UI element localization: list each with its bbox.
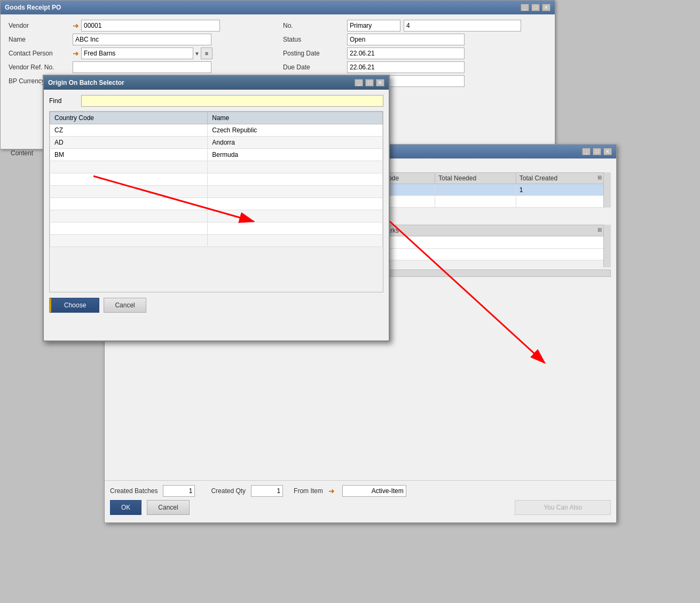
find-label: Find	[49, 97, 81, 105]
country-code-ad: AD	[50, 137, 208, 149]
col-country-code: Country Code	[50, 112, 208, 124]
selector-table-header: Country Code Name	[50, 112, 383, 124]
posting-input[interactable]	[347, 47, 465, 59]
created-qty-label: Created Qty	[211, 487, 246, 495]
no-label: No.	[283, 22, 347, 29]
selector-row-empty-4	[50, 198, 383, 210]
status-label: Status	[283, 36, 347, 43]
vendor-ref-input[interactable]	[73, 61, 211, 73]
selector-table: Country Code Name CZ Czech Republic AD A…	[50, 112, 383, 247]
contact-input[interactable]	[81, 47, 193, 59]
vendor-arrow-icon: ➜	[73, 21, 79, 30]
country-name-cz: Czech Republic	[208, 124, 383, 137]
vendor-input[interactable]	[81, 20, 220, 31]
selector-row-empty-1	[50, 161, 383, 173]
col-name: Name	[208, 112, 383, 124]
vendor-ref-label: Vendor Ref. No.	[9, 64, 73, 71]
rows-table-scrollbar[interactable]	[603, 172, 611, 208]
created-table-scrollbar[interactable]	[603, 225, 611, 267]
col-total-needed: Total Needed	[435, 173, 516, 184]
from-item-input[interactable]	[342, 485, 406, 497]
created-batches-label: Created Batches	[110, 487, 158, 495]
name-label: Name	[9, 36, 73, 43]
due-row: Due Date	[283, 61, 547, 73]
row-total-needed-1	[435, 184, 516, 196]
contact-dropdown-icon[interactable]: ▼	[194, 51, 200, 57]
selector-cancel-button[interactable]: Cancel	[104, 298, 146, 313]
selector-row-cz[interactable]: CZ Czech Republic	[50, 124, 383, 137]
selector-row-empty-3	[50, 186, 383, 198]
batches-maximize-button[interactable]: □	[593, 148, 601, 155]
selector-row-empty-2	[50, 173, 383, 186]
created-row-remarks-1	[370, 236, 605, 249]
name-row: Name	[9, 34, 272, 45]
from-item-label: From Item	[294, 487, 323, 495]
created-batches-input[interactable]	[163, 485, 195, 497]
minimize-button[interactable]: _	[521, 4, 529, 11]
row-total-created-1: 1	[516, 184, 605, 196]
footer-buttons-row: OK Cancel You Can Also	[110, 500, 611, 515]
selector-dialog-title: Origin On Batch Selector	[48, 79, 124, 86]
contact-arrow-icon: ➜	[73, 49, 79, 58]
posting-row: Posting Date	[283, 47, 547, 59]
ok-button[interactable]: OK	[110, 500, 141, 515]
batches-close-button[interactable]: ✕	[603, 148, 612, 155]
main-window-controls: _ □ ✕	[521, 4, 550, 11]
country-code-cz: CZ	[50, 124, 208, 137]
batches-window-controls: _ □ ✕	[582, 148, 612, 155]
origin-selector-dialog: Origin On Batch Selector _ □ ✕ Find Coun…	[43, 75, 390, 342]
find-input[interactable]	[81, 95, 383, 107]
batches-cancel-button[interactable]: Cancel	[147, 500, 189, 515]
selector-row-bm[interactable]: BM Bermuda	[50, 149, 383, 161]
contact-label: Contact Person	[9, 50, 73, 57]
col-total-created: Total Created ⊞	[516, 173, 605, 184]
no-select[interactable]: Primary	[347, 20, 400, 31]
maximize-button[interactable]: □	[531, 4, 540, 11]
created-col-remarks: Remarks ⊞	[370, 225, 605, 236]
batches-minimize-button[interactable]: _	[582, 148, 591, 155]
vendor-ref-row: Vendor Ref. No.	[9, 61, 272, 73]
due-input[interactable]	[347, 61, 465, 73]
main-window-title: Goods Receipt PO	[5, 4, 61, 11]
posting-label: Posting Date	[283, 50, 347, 57]
selector-row-empty-5	[50, 210, 383, 223]
selector-maximize-button[interactable]: □	[365, 79, 374, 86]
vendor-label: Vendor	[9, 22, 73, 29]
selector-minimize-button[interactable]: _	[355, 79, 363, 86]
selector-content: Find Country Code Name CZ Czech Republic	[44, 90, 389, 318]
selector-row-empty-7	[50, 235, 383, 247]
no-value-input[interactable]	[404, 20, 521, 31]
created-qty-input[interactable]	[251, 485, 283, 497]
main-titlebar: Goods Receipt PO _ □ ✕	[1, 1, 555, 14]
due-label: Due Date	[283, 64, 347, 71]
choose-button[interactable]: Choose	[49, 298, 99, 313]
country-code-bm: BM	[50, 149, 208, 161]
selector-titlebar: Origin On Batch Selector _ □ ✕	[44, 76, 389, 90]
country-name-bm: Bermuda	[208, 149, 383, 161]
selector-close-button[interactable]: ✕	[376, 79, 384, 86]
status-input	[347, 34, 465, 45]
selector-buttons: Choose Cancel	[49, 298, 383, 313]
batches-footer: Created Batches Created Qty From Item ➜ …	[105, 480, 616, 522]
no-row: No. Primary	[283, 20, 547, 31]
country-name-ad: Andorra	[208, 137, 383, 149]
vendor-row: Vendor ➜	[9, 20, 272, 31]
name-input[interactable]	[73, 34, 211, 45]
status-row: Status	[283, 34, 547, 45]
contact-row: Contact Person ➜ ▼ ≡	[9, 47, 272, 59]
selector-row-ad[interactable]: AD Andorra	[50, 137, 383, 149]
from-item-arrow-icon: ➜	[328, 487, 335, 495]
content-label: Content	[11, 149, 33, 157]
contact-select-wrapper: ▼ ≡	[81, 47, 213, 59]
footer-info-row: Created Batches Created Qty From Item ➜	[110, 485, 611, 497]
find-row: Find	[49, 95, 383, 107]
close-button[interactable]: ✕	[542, 4, 550, 11]
selector-row-empty-6	[50, 223, 383, 235]
selector-table-wrapper: Country Code Name CZ Czech Republic AD A…	[49, 111, 383, 292]
selector-window-controls: _ □ ✕	[355, 79, 384, 86]
you-can-also-button: You Can Also	[515, 500, 611, 515]
contact-list-icon[interactable]: ≡	[201, 47, 213, 59]
